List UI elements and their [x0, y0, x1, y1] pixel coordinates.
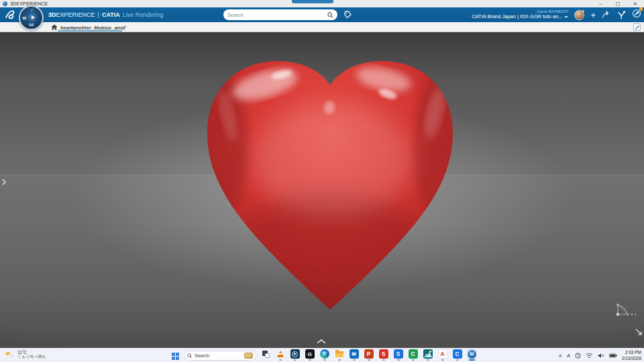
taskbar-app-task-view[interactable] — [260, 349, 270, 361]
global-search[interactable] — [223, 9, 337, 20]
taskbar-app-s-blue[interactable]: S — [393, 349, 403, 361]
windows-taskbar: 11°C くもり時々晴れ Search — [0, 348, 644, 362]
taskbar-app-outlook[interactable]: ✉ — [349, 349, 359, 361]
compass-north-quadrant[interactable]: // — [31, 8, 33, 12]
chevron-right-icon[interactable] — [1, 179, 7, 185]
avatar[interactable] — [574, 10, 584, 20]
compass-play-icon[interactable] — [28, 13, 36, 21]
taskbar-app-s-red[interactable]: S — [378, 349, 388, 361]
logitech-g-icon: G — [305, 349, 315, 359]
notification-dot — [582, 10, 585, 13]
3dexperience-icon: 3D — [468, 349, 477, 359]
user-context[interactable]: Claude BOURBIGOT CATIA Brand Japan | IDX… — [472, 10, 568, 19]
taskbar-app-vlc[interactable] — [275, 349, 285, 361]
taskbar-app-acrobat[interactable]: A — [437, 349, 447, 361]
brand-separator: | — [98, 11, 99, 18]
brand-3d: 3D — [48, 11, 56, 18]
taskbar-apps: G ✉ P S S — [260, 349, 477, 361]
close-button[interactable]: ✕ — [627, 0, 644, 7]
volume-muted-icon[interactable] — [598, 353, 604, 359]
axis-triad-icon[interactable] — [612, 300, 639, 320]
chevron-down-icon[interactable] — [564, 16, 568, 18]
media-player-icon — [290, 349, 300, 359]
search-input[interactable] — [227, 12, 327, 18]
ribbon-right-cluster: Claude BOURBIGOT CATIA Brand Japan | IDX… — [472, 7, 641, 22]
photos-icon — [423, 349, 433, 359]
alert-badge — [639, 7, 643, 11]
taskbar-app-photos[interactable] — [423, 349, 433, 361]
powerpoint-icon: P — [364, 349, 374, 359]
chevron-up-icon[interactable] — [317, 339, 326, 344]
tag-icon[interactable] — [343, 10, 352, 19]
assistance-button[interactable] — [632, 9, 641, 21]
taskbar-app-c-green[interactable]: C — [408, 349, 418, 361]
fullscreen-arrows-icon — [635, 25, 640, 30]
active-tab-underline — [58, 30, 122, 32]
top-ribbon: 3DEXPERIENCE|CATIALive Rendering Claude … — [0, 7, 644, 22]
outlook-icon: ✉ — [350, 349, 359, 359]
system-tray: ∧ A 2:03 PM 2/13/2026 — [559, 349, 641, 362]
compass-west-quadrant[interactable]: 3D — [22, 16, 26, 20]
brand-app: CATIA — [102, 11, 120, 18]
edge-icon — [320, 349, 329, 359]
taskbar-app-powerpoint[interactable]: P — [364, 349, 374, 361]
heart-3d-model[interactable] — [0, 32, 644, 348]
maximize-button[interactable]: ▢ — [609, 0, 627, 7]
3dswym-icon[interactable] — [617, 11, 626, 19]
application-window: 3DEXPERIENCE – ▢ ✕ 3DEXPERIENCE|CATIALiv… — [0, 0, 644, 362]
app-s-red-icon: S — [379, 349, 388, 359]
window-titlebar: 3DEXPERIENCE – ▢ ✕ — [0, 0, 644, 7]
add-content-button[interactable]: + — [590, 11, 596, 19]
taskbar-app-file-explorer[interactable] — [334, 349, 344, 361]
ime-language-indicator[interactable]: A — [567, 353, 570, 359]
hidden-panel-handle[interactable] — [292, 0, 333, 3]
weather-temp: 11°C — [17, 350, 46, 355]
app-c-green-icon: C — [409, 349, 418, 359]
taskbar-app-3dexperience[interactable]: 3D — [467, 349, 477, 361]
3d-viewport[interactable] — [0, 32, 644, 348]
brand-mode: Live Rendering — [123, 11, 164, 18]
fullscreen-toggle-button[interactable] — [633, 24, 641, 31]
app-c-blue-icon: C — [453, 349, 462, 359]
tray-time: 2:03 PM — [625, 350, 641, 355]
task-view-icon — [261, 349, 270, 359]
app-icon — [3, 1, 7, 6]
brand-experience: EXPERIENCE — [56, 11, 95, 18]
weather-icon — [5, 351, 15, 359]
resize-handle-icon[interactable] — [635, 328, 643, 336]
new-tab-button[interactable]: + — [123, 24, 127, 30]
window-controls: – ▢ ✕ — [592, 0, 644, 7]
taskbar-app-logitech[interactable]: G — [305, 349, 315, 361]
start-button[interactable] — [172, 353, 179, 360]
weather-description: くもり時々晴れ — [17, 355, 46, 359]
tray-date: 2/13/2026 — [622, 356, 641, 361]
wifi-icon[interactable] — [586, 353, 593, 359]
minimize-button[interactable]: – — [592, 0, 609, 7]
taskbar-search[interactable]: Search — [184, 351, 256, 361]
compass-south-quadrant[interactable]: V.R — [20, 24, 42, 27]
dassault-systemes-logo — [4, 9, 16, 21]
taskbar-app-edge[interactable] — [319, 349, 329, 361]
tray-expand-icon[interactable]: ∧ — [559, 353, 563, 359]
workspace-selector[interactable]: CATIA Brand Japan | IDX-GGR tuto an... — [472, 14, 562, 19]
file-explorer-icon — [335, 349, 344, 359]
weather-widget[interactable]: 11°C くもり時々晴れ — [5, 350, 46, 359]
3dexperience-compass[interactable]: // 3D V.R — [19, 5, 44, 30]
vlc-icon — [276, 349, 285, 359]
tray-clock-icon[interactable] — [575, 353, 581, 359]
search-icon[interactable] — [327, 12, 333, 18]
app-s-blue-icon: S — [394, 349, 403, 359]
search-icon — [187, 353, 193, 359]
search-highlight-icon[interactable] — [244, 353, 253, 359]
taskbar-app-media-player[interactable] — [290, 349, 300, 361]
home-icon[interactable] — [51, 24, 58, 30]
clock-widget[interactable]: 2:03 PM 2/13/2026 — [622, 350, 641, 361]
taskbar-search-label: Search — [195, 353, 244, 358]
document-tabbar: heartanother_Mobius_anot + — [0, 22, 644, 32]
acrobat-icon: A — [438, 349, 447, 359]
brand-title: 3DEXPERIENCE|CATIALive Rendering — [48, 7, 163, 22]
battery-icon[interactable] — [609, 353, 617, 358]
share-icon[interactable] — [602, 11, 611, 19]
taskbar-app-c-blue[interactable]: C — [452, 349, 462, 361]
